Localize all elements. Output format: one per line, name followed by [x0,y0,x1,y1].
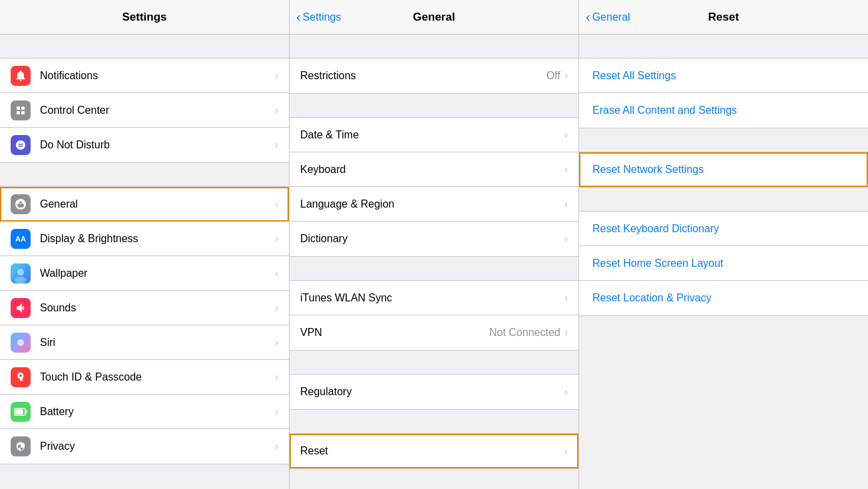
settings-title: Settings [122,11,166,24]
control-center-label: Control Center [40,104,275,116]
reset-back-label: General [592,11,630,23]
reset-title: Reset [708,11,739,24]
general-item-language[interactable]: Language & Region › [290,187,578,222]
touch-id-icon [11,367,31,387]
settings-section-2: General › AA Display & Brightness › [0,186,289,464]
battery-icon [11,402,31,422]
sounds-chevron: › [275,302,278,314]
general-section-4: Regulatory › [290,374,578,410]
notifications-label: Notifications [40,70,275,82]
reset-keyboard-item[interactable]: Reset Keyboard Dictionary [579,212,868,246]
general-item-restrictions[interactable]: Restrictions Off › [290,59,578,93]
sounds-label: Sounds [40,302,275,314]
vpn-chevron: › [564,327,568,339]
general-label: General [40,198,275,210]
wallpaper-icon [11,263,31,283]
general-section-1: Restrictions Off › [290,58,578,94]
vpn-label: VPN [300,327,489,339]
dictionary-label: Dictionary [300,233,564,245]
reset-network-item[interactable]: Reset Network Settings [579,152,868,187]
wallpaper-chevron: › [275,267,278,279]
general-scroll[interactable]: Restrictions Off › Date & Time › Keyboar… [290,35,578,489]
reset-chevron: › [564,445,568,457]
do-not-disturb-chevron: › [275,139,278,151]
erase-all-label: Erase All Content and Settings [592,104,737,116]
settings-item-wallpaper[interactable]: Wallpaper › [0,256,289,291]
general-section-5: Reset › [290,433,578,469]
general-back-label: Settings [303,11,341,23]
general-chevron: › [275,198,278,210]
settings-item-touch-id[interactable]: Touch ID & Passcode › [0,360,289,395]
regulatory-label: Regulatory [300,386,564,398]
general-section-3: iTunes WLAN Sync › VPN Not Connected › [290,280,578,351]
privacy-chevron: › [275,440,278,452]
settings-section-1: Notifications › Control Center › [0,58,289,163]
reset-panel: ‹ General Reset Reset All Settings Erase… [579,0,868,489]
general-item-regulatory[interactable]: Regulatory › [290,375,578,409]
general-item-keyboard[interactable]: Keyboard › [290,152,578,187]
dictionary-chevron: › [564,233,568,245]
svg-point-7 [17,339,24,346]
general-back-button[interactable]: ‹ Settings [296,11,341,23]
settings-item-control-center[interactable]: Control Center › [0,93,289,128]
settings-item-display[interactable]: AA Display & Brightness › [0,222,289,256]
general-panel: ‹ Settings General Restrictions Off › Da… [290,0,579,489]
reset-label: Reset [300,445,564,457]
general-section-2: Date & Time › Keyboard › Language & Regi… [290,117,578,257]
notifications-icon [11,66,31,86]
settings-item-general[interactable]: General › [0,187,289,222]
settings-scroll[interactable]: Notifications › Control Center › [0,35,289,489]
restrictions-label: Restrictions [300,70,546,82]
language-label: Language & Region [300,198,564,210]
settings-item-siri[interactable]: Siri › [0,325,289,360]
reset-header: ‹ General Reset [579,0,868,35]
itunes-chevron: › [564,292,568,304]
general-item-itunes[interactable]: iTunes WLAN Sync › [290,281,578,315]
settings-item-privacy[interactable]: Privacy › [0,429,289,464]
svg-point-5 [17,269,24,275]
general-item-dictionary[interactable]: Dictionary › [290,222,578,256]
reset-all-settings-item[interactable]: Reset All Settings [579,59,868,93]
reset-section-2: Reset Network Settings [579,152,868,188]
display-chevron: › [275,233,278,245]
settings-item-do-not-disturb[interactable]: Do Not Disturb › [0,128,289,162]
general-item-reset[interactable]: Reset › [290,434,578,468]
reset-back-button[interactable]: ‹ General [586,11,630,23]
settings-item-sounds[interactable]: Sounds › [0,291,289,325]
control-center-chevron: › [275,104,278,116]
reset-section-1: Reset All Settings Erase All Content and… [579,58,868,128]
sounds-icon [11,298,31,318]
keyboard-label: Keyboard [300,164,564,176]
svg-rect-10 [15,409,23,414]
svg-rect-0 [17,106,20,110]
reset-scroll[interactable]: Reset All Settings Erase All Content and… [579,35,868,489]
control-center-icon [11,100,31,120]
reset-back-chevron-icon: ‹ [586,10,590,23]
reset-home-screen-item[interactable]: Reset Home Screen Layout [579,246,868,281]
siri-label: Siri [40,337,275,349]
reset-section-3: Reset Keyboard Dictionary Reset Home Scr… [579,211,868,316]
do-not-disturb-label: Do Not Disturb [40,139,275,151]
privacy-label: Privacy [40,440,275,452]
general-icon [11,194,31,214]
keyboard-chevron: › [564,164,568,176]
svg-rect-1 [21,106,25,110]
reset-network-label: Reset Network Settings [592,164,704,176]
general-item-vpn[interactable]: VPN Not Connected › [290,315,578,350]
notifications-chevron: › [275,70,278,82]
erase-all-item[interactable]: Erase All Content and Settings [579,93,868,128]
general-item-date-time[interactable]: Date & Time › [290,118,578,152]
settings-item-notifications[interactable]: Notifications › [0,59,289,93]
svg-rect-9 [26,410,27,413]
general-header: ‹ Settings General [290,0,578,35]
battery-label: Battery [40,406,275,418]
restrictions-value: Off [546,70,560,82]
do-not-disturb-icon [11,135,31,155]
siri-chevron: › [275,337,278,349]
svg-point-6 [15,277,27,283]
reset-location-item[interactable]: Reset Location & Privacy [579,281,868,315]
date-time-chevron: › [564,129,568,141]
settings-item-battery[interactable]: Battery › [0,395,289,429]
privacy-icon [11,436,31,456]
wallpaper-label: Wallpaper [40,267,275,279]
